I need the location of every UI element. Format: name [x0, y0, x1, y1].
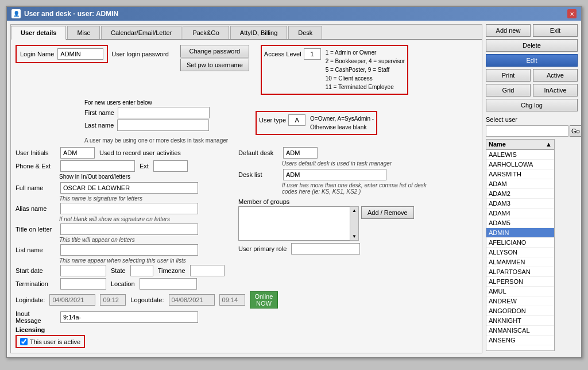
user-list-item[interactable]: AMUL: [486, 287, 554, 296]
set-pw-button[interactable]: Set pw to username: [180, 59, 249, 71]
default-desk-input[interactable]: [283, 147, 318, 159]
chg-log-button[interactable]: Chg log: [486, 99, 578, 111]
user-list-item[interactable]: ANMANISCAL: [486, 326, 554, 336]
access-level-input[interactable]: [304, 48, 321, 60]
access-level-label: Access Level: [264, 51, 301, 57]
list-name-row: List name: [16, 244, 234, 256]
user-list-item[interactable]: ADAM5: [486, 218, 554, 228]
inout-message-input[interactable]: [60, 311, 198, 323]
full-name-note: This name is signature for letters: [59, 195, 234, 202]
user-list-item[interactable]: AARHOLLOWA: [486, 160, 554, 169]
logoutdate-input[interactable]: [169, 294, 215, 306]
tab-bar: User details Misc Calendar/Email/Letter …: [11, 25, 482, 40]
user-list-item[interactable]: ALPERSON: [486, 277, 554, 287]
user-list-item[interactable]: ADAM4: [486, 209, 554, 218]
top-buttons-row: Add new Exit: [486, 24, 578, 37]
logindate-label: Logindate:: [16, 296, 45, 303]
user-type-info: O=Owner, A=SysAdmin -Otherwise leave bla…: [310, 114, 374, 132]
full-name-input[interactable]: [60, 182, 198, 194]
user-list-item[interactable]: ANKNIGHT: [486, 316, 554, 326]
timezone-label: Timezone: [158, 267, 185, 274]
user-list-item[interactable]: AFELICIANO: [486, 238, 554, 248]
active-button[interactable]: Active: [533, 69, 578, 82]
user-list-item[interactable]: ALPARTOSAN: [486, 267, 554, 277]
user-list-items[interactable]: AALEWISAARHOLLOWAAARSMITHADAMADAM2ADAM3A…: [486, 149, 554, 350]
login-dates-row: Logindate: Logoutdate: Online NOW: [16, 291, 234, 309]
default-desk-row: Default desk: [238, 147, 477, 159]
user-list-item[interactable]: ANDREW: [486, 296, 554, 306]
location-input[interactable]: [140, 278, 197, 290]
grid-button[interactable]: Grid: [486, 84, 531, 97]
user-list-item[interactable]: ADAM3: [486, 199, 554, 209]
start-date-label: Start date: [16, 267, 56, 274]
alias-name-input[interactable]: [60, 203, 198, 214]
phone-input[interactable]: [60, 160, 135, 172]
inactive-button[interactable]: InActive: [533, 84, 578, 97]
tab-desk[interactable]: Desk: [288, 26, 322, 39]
groups-list-wrapper: ▲ ▼: [238, 206, 359, 241]
user-list-item[interactable]: ALMAMMEN: [486, 257, 554, 267]
tab-calendar-email[interactable]: Calendar/Email/Letter: [101, 26, 181, 39]
user-list-item[interactable]: AALEWIS: [486, 150, 554, 160]
user-list-item[interactable]: ANGORDON: [486, 306, 554, 316]
groups-scrollbar[interactable]: ▲ ▼: [350, 206, 359, 241]
logindate-input[interactable]: [49, 294, 95, 306]
login-name-input[interactable]: [57, 48, 103, 60]
delete-button[interactable]: Delete: [486, 39, 578, 52]
user-list-item[interactable]: ANSENG: [486, 336, 554, 345]
location-label: Location: [111, 280, 135, 287]
user-list-item[interactable]: ADAM: [486, 179, 554, 189]
user-list-item[interactable]: ADMIN: [486, 228, 554, 238]
list-name-input[interactable]: [60, 244, 198, 256]
user-list-item[interactable]: ADAM2: [486, 189, 554, 199]
add-remove-button[interactable]: Add / Remove: [361, 206, 414, 219]
state-input[interactable]: [130, 265, 153, 276]
logintime-input[interactable]: [100, 294, 126, 306]
window-title: User and desk - user: ADMIN: [24, 10, 118, 18]
last-name-input[interactable]: [117, 120, 209, 131]
access-level-info-2: 2 = Bookkeeper, 4 = supervisor: [326, 57, 405, 65]
access-level-info-5: 11 = Terminated Employee: [326, 83, 405, 91]
go-button[interactable]: Go: [570, 125, 582, 137]
print-button[interactable]: Print: [486, 69, 531, 82]
inout-message-label: Inout Message: [16, 310, 56, 324]
sort-icon: ▲: [546, 141, 552, 148]
member-groups-section: Member of groups ▲ ▼: [238, 198, 477, 241]
desk-list-label: Desk list: [238, 171, 278, 178]
close-button[interactable]: ✕: [567, 9, 577, 18]
select-user-search[interactable]: [486, 125, 568, 137]
select-user-label: Select user: [486, 116, 578, 123]
grid-inactive-row: Grid InActive: [486, 84, 578, 97]
groups-list[interactable]: [238, 206, 353, 241]
start-date-input[interactable]: [60, 265, 106, 276]
user-initials-label: User Initials: [16, 149, 56, 156]
termination-input[interactable]: [60, 278, 106, 290]
change-password-button[interactable]: Change password: [180, 45, 249, 57]
form-area: Login Name User login password Change pa…: [11, 40, 482, 353]
user-initials-note: Used to record user activities: [99, 149, 181, 156]
desk-list-input[interactable]: [283, 169, 386, 180]
active-user-checkbox[interactable]: [20, 338, 28, 345]
title-letter-input[interactable]: [60, 223, 198, 235]
edit-button[interactable]: Edit: [486, 54, 578, 67]
tab-pack-go[interactable]: Pack&Go: [183, 26, 229, 39]
state-label: State: [111, 267, 126, 274]
first-name-input[interactable]: [118, 107, 210, 118]
ext-label: Ext: [140, 163, 149, 169]
tab-user-details[interactable]: User details: [11, 26, 66, 40]
add-new-button[interactable]: Add new: [486, 24, 531, 37]
user-primary-role-input[interactable]: [291, 243, 360, 255]
exit-button[interactable]: Exit: [533, 24, 578, 37]
select-user-search-row: Go: [486, 125, 578, 137]
active-user-label: This user is active: [30, 338, 80, 345]
tab-atty-billing[interactable]: AttyID, Billing: [230, 26, 287, 39]
tab-misc[interactable]: Misc: [67, 26, 100, 39]
user-type-input[interactable]: [288, 114, 305, 126]
title-letter-label: Title on letter: [16, 226, 56, 233]
ext-input[interactable]: [153, 160, 188, 172]
user-initials-input[interactable]: [60, 147, 95, 159]
user-list-item[interactable]: ALLYSON: [486, 248, 554, 257]
timezone-input[interactable]: [190, 265, 225, 276]
user-primary-role-row: User primary role: [238, 243, 477, 255]
user-list-item[interactable]: AARSMITH: [486, 169, 554, 179]
